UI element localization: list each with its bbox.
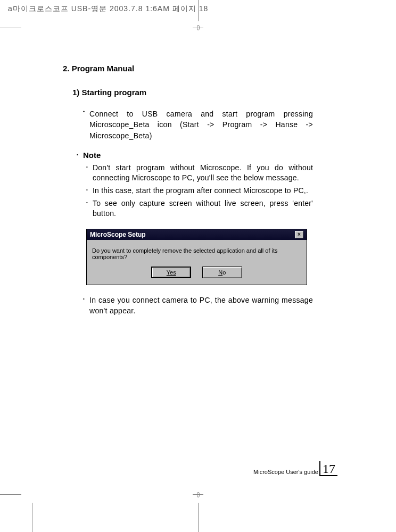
- dialog-titlebar: MicroScope Setup ×: [87, 229, 307, 240]
- crop-mark: [198, 503, 199, 532]
- crop-mark: [197, 492, 200, 497]
- body-text: Connect to USB camera and start program …: [89, 109, 313, 141]
- section-title: 2. Program Manual: [63, 64, 313, 73]
- dialog-title-text: MicroScope Setup: [90, 231, 146, 238]
- dialog-message: Do you want to completely remove the sel…: [87, 240, 307, 267]
- print-header: a마이크로스코프 USB-영문 2003.7.8 1:6AM 페이지 18: [8, 4, 208, 14]
- crop-mark: [0, 28, 21, 28]
- crop-mark: [0, 494, 21, 495]
- crop-mark: [197, 25, 200, 30]
- dialog-box: MicroScope Setup × Do you want to comple…: [86, 229, 307, 285]
- page-number-box: 17: [319, 461, 337, 476]
- note-heading: Note: [83, 151, 313, 160]
- note-item: Don't start program without Microscope. …: [93, 163, 313, 184]
- page-number: 17: [323, 462, 335, 475]
- page-footer: MicroScope User's guide 17: [253, 461, 337, 476]
- crop-mark: [198, 0, 199, 21]
- page-content: 2. Program Manual 1) Starting program Co…: [63, 64, 313, 316]
- note-item: To see only capture screen without live …: [93, 198, 313, 219]
- yes-button[interactable]: Yes: [151, 267, 191, 278]
- crop-mark: [32, 503, 32, 532]
- close-icon[interactable]: ×: [295, 231, 303, 238]
- subsection-title: 1) Starting program: [72, 88, 313, 97]
- body-text: In case you connect camera to PC, the ab…: [89, 295, 313, 317]
- footer-label: MicroScope User's guide: [253, 469, 318, 476]
- no-button-label: No: [218, 269, 226, 276]
- no-button[interactable]: No: [202, 267, 242, 278]
- dialog-button-row: Yes No: [87, 267, 307, 285]
- note-item: In this case, start the program after co…: [93, 186, 313, 196]
- yes-button-label: Yes: [167, 269, 176, 276]
